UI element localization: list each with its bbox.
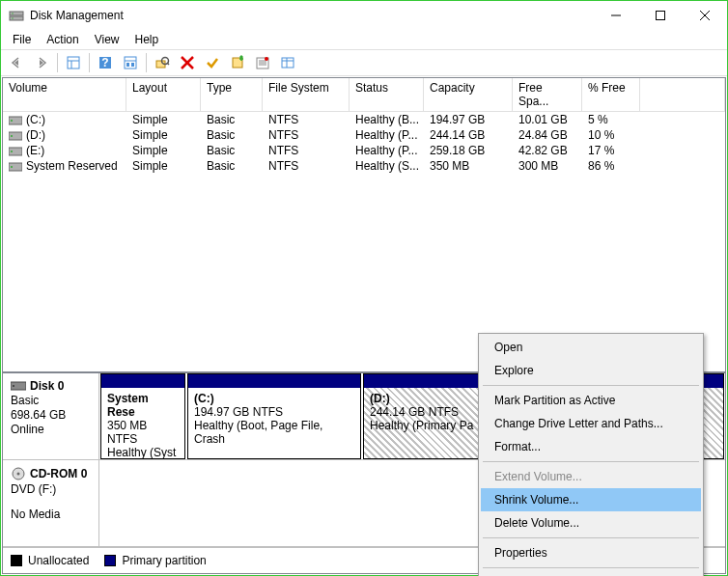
cdrom-label[interactable]: CD-ROM 0 DVD (F:) No Media <box>3 460 99 546</box>
help-button[interactable]: ? <box>94 51 117 74</box>
col-filesystem[interactable]: File System <box>263 78 350 111</box>
properties-button[interactable] <box>251 51 274 74</box>
context-menu-item[interactable]: Open <box>481 336 701 359</box>
context-menu-item[interactable]: Mark Partition as Active <box>481 389 701 412</box>
volume-status: Healthy (B... <box>350 112 424 127</box>
partition-title: (C:) <box>194 392 354 405</box>
app-icon <box>9 8 24 23</box>
volume-capacity: 259.18 GB <box>424 143 513 158</box>
volume-row[interactable]: (C:)SimpleBasicNTFSHealthy (B...194.97 G… <box>3 112 725 127</box>
context-menu-item[interactable]: Change Drive Letter and Paths... <box>481 412 701 435</box>
partition-system-reserved[interactable]: System Rese 350 MB NTFS Healthy (Syst <box>100 373 185 459</box>
explore-button[interactable] <box>151 51 174 74</box>
cdrom-status: No Media <box>11 507 91 521</box>
legend-label: Unallocated <box>28 554 89 567</box>
legend-unallocated: Unallocated <box>11 554 89 567</box>
legend-primary: Primary partition <box>104 554 206 567</box>
col-type[interactable]: Type <box>201 78 263 111</box>
context-menu: OpenExploreMark Partition as ActiveChang… <box>478 333 704 576</box>
context-menu-item[interactable]: Shrink Volume... <box>481 488 701 511</box>
menu-view[interactable]: View <box>87 31 127 48</box>
disk0-type: Basic <box>11 394 91 407</box>
toolbar-separator <box>89 53 90 72</box>
menu-help[interactable]: Help <box>127 31 167 48</box>
disk0-size: 698.64 GB <box>11 408 91 422</box>
volume-free: 10.01 GB <box>513 112 582 127</box>
create-button[interactable] <box>226 51 249 74</box>
volume-layout: Simple <box>126 127 201 143</box>
volume-fs: NTFS <box>263 112 350 127</box>
volume-layout: Simple <box>126 112 201 127</box>
partition-strip <box>101 374 184 388</box>
volume-row[interactable]: System ReservedSimpleBasicNTFSHealthy (S… <box>3 158 725 174</box>
col-free-space[interactable]: Free Spa... <box>513 78 582 111</box>
context-menu-item[interactable]: Format... <box>481 435 701 458</box>
partition-status: Healthy (Syst <box>107 446 179 458</box>
close-button[interactable] <box>683 1 727 30</box>
svg-point-34 <box>11 120 13 122</box>
volume-type: Basic <box>201 112 263 127</box>
menu-file[interactable]: File <box>5 31 39 48</box>
context-menu-separator <box>483 537 699 538</box>
volume-free: 300 MB <box>513 158 582 174</box>
context-menu-item[interactable]: Explore <box>481 359 701 382</box>
list-button[interactable] <box>276 51 299 74</box>
volume-capacity: 194.97 GB <box>424 112 513 127</box>
volume-pct: 5 % <box>582 112 640 127</box>
titlebar[interactable]: Disk Management <box>1 1 727 30</box>
volume-status: Healthy (P... <box>350 127 424 143</box>
context-menu-item[interactable]: Help <box>481 571 701 576</box>
svg-point-42 <box>13 385 14 387</box>
partition-size: 350 MB NTFS <box>107 419 179 446</box>
col-capacity[interactable]: Capacity <box>424 78 513 111</box>
volume-layout: Simple <box>126 158 201 174</box>
minimize-button[interactable] <box>594 1 638 30</box>
context-menu-separator <box>483 461 699 462</box>
col-layout[interactable]: Layout <box>126 78 201 111</box>
context-menu-item[interactable]: Properties <box>481 541 701 564</box>
drive-icon <box>9 131 22 141</box>
svg-point-36 <box>11 135 13 137</box>
volume-name: (E:) <box>26 144 44 157</box>
volume-fs: NTFS <box>263 127 350 143</box>
settings-button[interactable] <box>119 51 142 74</box>
partition-title: System Rese <box>107 392 179 419</box>
forward-button[interactable] <box>30 51 53 74</box>
volume-fs: NTFS <box>263 158 350 174</box>
svg-point-44 <box>17 473 20 476</box>
delete-button[interactable] <box>176 51 199 74</box>
volume-free: 42.82 GB <box>513 143 582 158</box>
menu-action[interactable]: Action <box>39 31 86 48</box>
col-pct-free[interactable]: % Free <box>582 78 640 111</box>
volume-status: Healthy (S... <box>350 158 424 174</box>
col-volume[interactable]: Volume <box>3 78 126 111</box>
volume-table-body: (C:)SimpleBasicNTFSHealthy (B...194.97 G… <box>3 112 725 242</box>
volume-name: (C:) <box>26 113 45 126</box>
check-button[interactable] <box>201 51 224 74</box>
disk0-label[interactable]: Disk 0 Basic 698.64 GB Online <box>3 373 99 459</box>
volume-type: Basic <box>201 127 263 143</box>
volume-row[interactable]: (E:)SimpleBasicNTFSHealthy (P...259.18 G… <box>3 143 725 158</box>
svg-point-29 <box>265 57 268 61</box>
cdrom-type: DVD (F:) <box>11 482 91 496</box>
show-hide-button[interactable] <box>62 51 85 74</box>
maximize-button[interactable] <box>638 1 683 30</box>
drive-icon <box>9 147 22 156</box>
partition-c[interactable]: (C:) 194.97 GB NTFS Healthy (Boot, Page … <box>187 373 361 459</box>
col-status[interactable]: Status <box>350 78 424 111</box>
drive-icon <box>9 162 22 172</box>
volume-pct: 17 % <box>582 143 640 158</box>
volume-layout: Simple <box>126 143 201 158</box>
cdrom-name: CD-ROM 0 <box>30 467 87 480</box>
svg-rect-30 <box>282 58 294 68</box>
partition-status: Healthy (Boot, Page File, Crash <box>194 419 354 446</box>
col-extra[interactable] <box>640 78 725 111</box>
context-menu-separator <box>483 567 699 568</box>
volume-pct: 86 % <box>582 158 640 174</box>
back-button[interactable] <box>5 51 28 74</box>
context-menu-item[interactable]: Delete Volume... <box>481 511 701 535</box>
volume-capacity: 244.14 GB <box>424 127 513 143</box>
volume-name: (D:) <box>26 128 45 142</box>
volume-status: Healthy (P... <box>350 143 424 158</box>
volume-row[interactable]: (D:)SimpleBasicNTFSHealthy (P...244.14 G… <box>3 127 725 143</box>
